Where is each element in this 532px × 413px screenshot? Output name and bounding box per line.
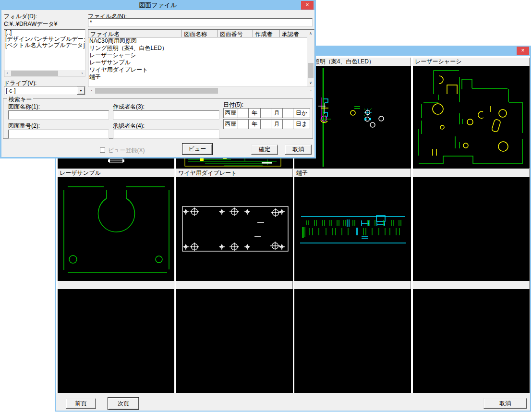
thumbnail-empty[interactable] [294,289,411,393]
scroll-right-icon[interactable]: › [79,71,85,75]
thumbnail-empty[interactable] [58,289,174,393]
prev-page-button[interactable]: 前頁 [66,398,96,409]
month-label: 月 [271,120,283,129]
thumbnail-label [294,281,411,289]
search-key-group: 検索キー 図面名称(1): 図面番号(2): 作成者名(3): 承認者名(4):… [3,98,313,139]
file-row[interactable]: リング照明（案4、白色LED） [88,45,314,52]
file-dialog-title: 図面ファイル [0,0,316,10]
scroll-left-icon[interactable]: ‹ [89,88,95,93]
folder-path: C:¥..¥DRAWデータ¥ [4,20,57,28]
preview-cancel-button[interactable]: 取消 [484,398,527,409]
thumbnail-terminal[interactable] [294,177,411,281]
view-register-checkbox[interactable] [100,147,105,153]
filename-input[interactable] [88,18,313,27]
drawing-number-label: 図面番号(2): [8,122,40,130]
thumbnail-label [413,169,530,177]
month-label: 月 [271,109,283,118]
column-header-drawing-name[interactable]: 図面名称 [182,30,218,37]
day-to-input[interactable] [283,120,293,129]
scroll-right-icon[interactable]: › [308,88,314,93]
era-label: 西暦 [224,120,238,129]
drive-combobox[interactable]: [-c-] ▼ [4,86,85,95]
day-from-label: 日から [293,109,310,118]
year-label: 年 [249,109,261,118]
thumbnail-label: ワイヤ用ダイプレート [176,169,293,177]
scrollbar-thumb[interactable] [11,71,58,76]
cad-drawing-laser-chassis [413,66,530,169]
drawing-name-input[interactable] [8,110,109,120]
file-row[interactable]: レーザーシャーシ [88,52,314,59]
month-to-input[interactable] [261,120,271,129]
ok-button[interactable]: 確定 [251,145,278,155]
thumbnail-laser-sample[interactable] [58,177,174,281]
chevron-down-icon[interactable]: ▼ [77,86,85,95]
file-list-header: ファイル名 図面名称 図面番号 作成者 承認者 [88,30,307,37]
column-header-filename[interactable]: ファイル名 [88,30,182,37]
thumbnail-empty[interactable] [413,289,530,393]
date-to-row: 西暦 年 月 日まで [223,119,310,129]
column-header-author[interactable]: 作成者 [253,30,279,37]
folder-listbox[interactable]: [..] [デザインパンチサンプルデータ] [ベクトル名人サンプルデータ] ‹ … [4,29,85,77]
day-to-label: 日まで [293,120,310,129]
author-input[interactable] [113,110,219,120]
thumbnail-empty[interactable] [176,289,293,393]
file-dialog: 図面ファイル × フォルダ(D): C:¥..¥DRAWデータ¥ ファイル名(N… [0,0,316,158]
thumbnail-label [176,281,293,289]
year-from-input[interactable] [238,109,249,118]
folder-label: フォルダ(D): [4,12,37,21]
column-header-approver[interactable]: 承認者 [280,30,307,37]
thumbnail-label: レーザーシャーシ [413,58,530,66]
drive-value: [-c-] [6,87,16,94]
close-icon[interactable]: × [301,1,314,10]
era-label: 西暦 [224,109,238,118]
next-page-button[interactable]: 次頁 [108,398,139,410]
file-dialog-body: フォルダ(D): C:¥..¥DRAWデータ¥ ファイル名(N): [..] [… [1,10,314,157]
close-icon[interactable]: × [517,47,529,55]
scroll-down-icon[interactable]: ∨ [307,81,314,85]
drawing-number-input[interactable] [8,130,109,139]
scrollbar-thumb[interactable] [308,63,314,78]
thumbnail-empty[interactable] [413,177,530,281]
preview-bottom-bar: 前頁 次頁 取消 [56,393,530,411]
thumbnail-label: レーザサンプル [58,169,174,177]
file-list-horizontal-scrollbar[interactable]: ‹ › [88,87,314,94]
year-to-input[interactable] [238,120,249,129]
month-from-input[interactable] [261,109,271,118]
file-row[interactable]: 端子 [88,73,314,81]
cad-drawing-wire-die-plate [176,177,293,281]
drawing-name-label: 図面名称(1): [8,103,40,111]
date-from-row: 西暦 年 月 日から [223,108,310,118]
approver-label: 承認者名(4): [113,122,145,130]
author-label: 作成者名(3): [113,103,145,111]
scrollbar-thumb[interactable] [95,88,218,94]
file-list[interactable]: ファイル名 図面名称 図面番号 作成者 承認者 NAC30商用図原図 リング照明… [88,29,314,87]
column-header-drawing-number[interactable]: 図面番号 [218,30,254,37]
file-row[interactable]: レーザサンプル [88,59,314,66]
file-row[interactable]: NAC30商用図原図 [88,37,314,45]
folder-item[interactable]: [ベクトル名人サンプルデータ] [4,42,85,49]
thumbnail-label [58,281,174,289]
cad-drawing-terminal [294,177,411,281]
folder-horizontal-scrollbar[interactable]: ‹ › [4,70,85,76]
approver-input[interactable] [113,130,219,139]
thumbnail-wire-die-plate[interactable] [176,177,293,281]
file-list-vertical-scrollbar[interactable]: ∧ ∨ [307,30,314,86]
view-button[interactable]: ビュー [182,144,212,155]
cad-drawing-laser-sample [58,177,174,281]
year-label: 年 [249,120,261,129]
scroll-left-icon[interactable]: ‹ [4,71,10,75]
thumbnail-laser-chassis[interactable] [413,66,530,169]
thumbnail-label: 端子 [294,169,411,177]
file-row[interactable]: ワイヤ用ダイプレート [88,66,314,73]
thumbnail-label [413,281,530,289]
scroll-up-icon[interactable]: ∧ [307,31,314,36]
view-register-label: ビュー登録(X) [108,146,145,155]
dialog-cancel-button[interactable]: 取消 [285,145,312,155]
day-from-input[interactable] [283,109,293,118]
